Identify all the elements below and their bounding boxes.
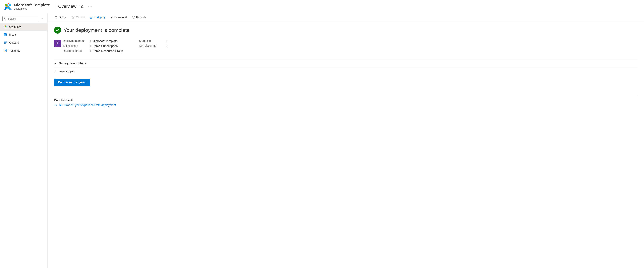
feedback-icon — [54, 103, 57, 107]
go-to-resource-group-label: Go to resource group — [58, 81, 86, 84]
deployment-name-label: Deployment name — [63, 39, 88, 42]
deployment-info-details: Deployment name : Microsoft.Template Sub… — [63, 39, 169, 52]
sidebar-inputs-label: Inputs — [9, 33, 17, 36]
main-layout: Overview Inputs — [0, 13, 644, 268]
main-content: Your deployment is complete — [48, 22, 644, 268]
sidebar-item-overview[interactable]: Overview — [0, 23, 48, 31]
header-logo: Microsoft.Template Deployment — [4, 2, 50, 10]
download-label: Download — [114, 16, 127, 19]
svg-rect-22 — [90, 16, 91, 17]
redeploy-icon — [89, 16, 92, 19]
template-nav-icon — [3, 48, 7, 52]
sidebar-item-outputs[interactable]: Outputs — [0, 39, 48, 47]
inputs-nav-icon — [3, 33, 7, 37]
sidebar-item-template[interactable]: Template — [0, 47, 48, 54]
sidebar-template-label: Template — [9, 49, 20, 52]
svg-point-9 — [5, 25, 6, 26]
info-column-left: Deployment name : Microsoft.Template Sub… — [63, 39, 123, 52]
svg-point-7 — [4, 18, 6, 19]
header-divider — [54, 2, 54, 10]
ellipsis-icon: ··· — [88, 4, 92, 9]
resource-group-row: Resource group : Demo Resource Group — [63, 49, 123, 52]
delete-icon — [54, 16, 58, 19]
download-button[interactable]: Download — [108, 14, 129, 20]
resource-group-value: Demo Resource Group — [92, 49, 123, 52]
pin-icon — [80, 4, 84, 8]
pin-button[interactable] — [80, 4, 85, 9]
deployment-name-value: Microsoft.Template — [92, 39, 118, 43]
start-time-row: Start time : — [139, 39, 169, 42]
svg-point-11 — [5, 28, 6, 28]
deployment-type-icon — [54, 40, 61, 47]
svg-point-12 — [4, 26, 4, 27]
search-container — [0, 14, 48, 23]
subscription-label: Subscription — [63, 44, 88, 47]
svg-point-8 — [4, 26, 6, 27]
search-input-wrapper[interactable] — [2, 16, 39, 21]
refresh-icon — [132, 16, 135, 19]
svg-rect-25 — [91, 17, 92, 18]
outputs-nav-icon — [3, 41, 7, 45]
overview-nav-icon — [3, 25, 7, 29]
chevron-down-icon — [54, 70, 57, 73]
next-steps-content: Go to resource group — [54, 75, 638, 89]
deployment-details-section[interactable]: Deployment details — [54, 59, 638, 67]
start-time-label: Start time — [139, 39, 165, 42]
svg-point-4 — [8, 3, 9, 4]
feedback-link-text: Tell us about your experience with deplo… — [59, 103, 116, 107]
subscription-value: Demo Subscription — [92, 44, 118, 48]
collapse-sidebar-button[interactable] — [41, 16, 45, 21]
svg-rect-24 — [90, 17, 91, 18]
header-title-block: Microsoft.Template Deployment — [14, 3, 50, 10]
svg-point-10 — [6, 26, 7, 27]
header-subtitle: Deployment — [14, 7, 50, 10]
chevron-left-icon — [42, 17, 44, 20]
deployment-details-title: Deployment details — [59, 61, 86, 65]
svg-rect-27 — [57, 42, 58, 44]
delete-button[interactable]: Delete — [52, 14, 69, 20]
cancel-icon — [72, 16, 75, 19]
refresh-label: Refresh — [136, 16, 146, 19]
header-title: Microsoft.Template — [14, 3, 50, 7]
correlation-id-row: Correlation ID : — [139, 44, 169, 47]
download-icon — [110, 16, 113, 19]
cancel-button[interactable]: Cancel — [70, 14, 86, 20]
search-input[interactable] — [8, 17, 37, 20]
info-column-right: Start time : Correlation ID : — [139, 39, 169, 52]
content-area: Delete Cancel Redeploy — [48, 13, 644, 268]
status-check-icon — [54, 26, 61, 34]
refresh-button[interactable]: Refresh — [130, 14, 148, 20]
svg-point-28 — [55, 104, 56, 105]
sidebar-nav: Overview Inputs — [0, 23, 48, 54]
subscription-row: Subscription : Demo Subscription — [63, 44, 123, 48]
resource-group-label: Resource group — [63, 49, 88, 52]
deployment-info-section: Deployment name : Microsoft.Template Sub… — [54, 39, 638, 52]
toolbar: Delete Cancel Redeploy — [48, 13, 644, 22]
redeploy-label: Redeploy — [94, 16, 106, 19]
next-steps-title: Next steps — [59, 70, 74, 73]
sidebar-outputs-label: Outputs — [9, 41, 19, 44]
sidebar: Overview Inputs — [0, 13, 48, 268]
search-icon — [4, 17, 6, 20]
correlation-id-label: Correlation ID — [139, 44, 165, 47]
header: Microsoft.Template Deployment Overview ·… — [0, 0, 644, 13]
app-container: Microsoft.Template Deployment Overview ·… — [0, 0, 644, 268]
next-steps-section[interactable]: Next steps — [54, 67, 638, 75]
delete-label: Delete — [59, 16, 67, 19]
cancel-label: Cancel — [76, 16, 84, 19]
go-to-resource-group-button[interactable]: Go to resource group — [54, 79, 90, 86]
redeploy-button[interactable]: Redeploy — [87, 14, 108, 20]
feedback-section: Give feedback Tell us about your experie… — [54, 95, 638, 107]
more-options-button[interactable]: ··· — [87, 3, 93, 9]
feedback-title: Give feedback — [54, 99, 638, 102]
svg-point-3 — [5, 4, 7, 6]
sidebar-overview-label: Overview — [9, 25, 21, 28]
feedback-link[interactable]: Tell us about your experience with deplo… — [54, 103, 638, 107]
chevron-right-icon — [54, 62, 57, 65]
azure-logo-icon — [4, 2, 12, 10]
sidebar-item-inputs[interactable]: Inputs — [0, 31, 48, 39]
page-title: Overview — [58, 4, 76, 9]
deployment-name-row: Deployment name : Microsoft.Template — [63, 39, 123, 43]
header-actions: ··· — [80, 3, 93, 9]
svg-point-6 — [6, 5, 8, 7]
